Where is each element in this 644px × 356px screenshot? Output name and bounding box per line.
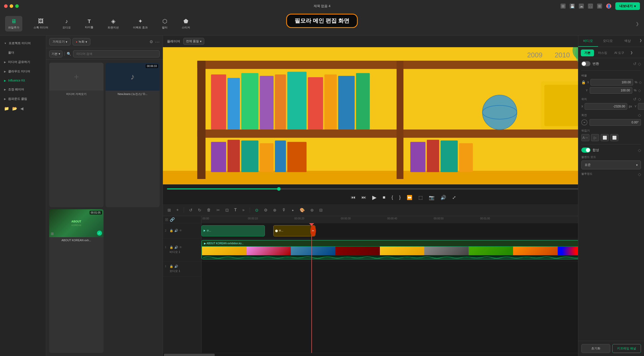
headphone-icon[interactable]: 🎧 (588, 4, 593, 9)
toolbar-file-add[interactable]: 🖥 파일추가 (5, 16, 22, 31)
sidebar-item-compound-clip[interactable]: ▶ 컴파운드 클립 (0, 94, 46, 104)
tl-redo-btn[interactable]: ↻ (196, 207, 203, 214)
layout-icon[interactable]: ⊞ (561, 4, 566, 9)
media-about-korean[interactable]: 00:01:05 ABOUT KOREAN ✓ ⊞ ABOUT KOREAN e… (49, 209, 104, 353)
transform-reset-icon[interactable]: ↺ (633, 61, 636, 66)
more-icon[interactable]: ⋯ (155, 39, 160, 45)
tab-video[interactable]: 비디오 (578, 36, 598, 47)
toolbar-filter[interactable]: ⬡ 필터 (159, 16, 171, 31)
track2-volume-icon[interactable]: 🔊 (174, 229, 178, 232)
tl-magnet-btn[interactable]: ⌖ (175, 207, 180, 213)
rewind-button[interactable]: ⏮ (350, 194, 357, 201)
tl-cut-btn[interactable]: ✂ (215, 207, 221, 214)
blend-keyframe-icon[interactable]: ◇ (638, 148, 641, 153)
flip-vertical-btn[interactable]: ▷ (591, 134, 599, 141)
collapse-sidebar-icon[interactable]: ◀ (20, 106, 23, 111)
tl-multi-track-btn[interactable]: ⊞ (166, 207, 172, 214)
tab-audio[interactable]: 오디오 (598, 36, 618, 47)
media-search-input[interactable] (73, 50, 160, 57)
tl-settings-btn[interactable]: ⚙ (262, 207, 269, 214)
sidebar-item-influence-kit[interactable]: ▶ Influence Kit (0, 76, 46, 85)
audio1-lock-icon[interactable]: 🔒 (170, 265, 173, 268)
transform-keyframe-icon[interactable]: ◇ (638, 61, 641, 66)
tl-ai-btn[interactable]: ⊛ (309, 207, 315, 214)
step-back-button[interactable]: ⏭ (361, 194, 367, 201)
toolbar-sticker[interactable]: ⬟ 스티커 (179, 16, 193, 31)
cut-marker[interactable]: ✂ (310, 225, 316, 236)
record-button[interactable]: ● 녹화 ▾ (73, 38, 90, 45)
scale-x-input[interactable] (590, 79, 633, 86)
flip-option4-btn[interactable]: ⬜ (610, 134, 618, 141)
link-icon[interactable]: 🔗 (170, 217, 175, 222)
keyframe-panel-button[interactable]: 키프레임 패널 (612, 344, 641, 353)
lock-link-icon[interactable]: 🔒 (581, 80, 586, 84)
blend-toggle[interactable] (581, 148, 590, 153)
sidebar-item-folder[interactable]: 폴더 (0, 48, 46, 57)
media-import-card[interactable]: ＋ 미디어 가져오기 (49, 63, 104, 207)
opacity-keyframe-icon[interactable]: ◇ (638, 172, 641, 177)
position-keyframe-icon[interactable]: ◇ (638, 97, 641, 102)
sidebar-item-cloud-media[interactable]: ▶ 클라우드 미디어 (0, 67, 46, 76)
toolbar-titles[interactable]: T 타이틀 (82, 17, 96, 31)
toolbar-stock-media[interactable]: 🖼 스톡 미디어 (30, 16, 51, 31)
volume-button[interactable]: 🔊 (439, 194, 447, 201)
avatar[interactable]: 👤 (606, 4, 611, 9)
rotation-keyframe-icon[interactable]: ◇ (638, 113, 641, 118)
blend-mode-selector[interactable]: 표준 ▾ (581, 160, 641, 169)
screen-button[interactable]: ⬚ (417, 194, 424, 201)
add-track-icon[interactable]: ⊞ (165, 217, 168, 222)
tl-mic-btn[interactable]: 🎙 (280, 207, 287, 213)
track2-lock-icon[interactable]: 🔒 (170, 229, 173, 232)
sub-tab-basic[interactable]: 기본 (581, 50, 594, 56)
track1-eye-icon[interactable]: 👁 (179, 246, 182, 249)
scale-x-reset[interactable]: ◇ (639, 80, 642, 85)
sub-tab-more[interactable]: ❯ (628, 50, 635, 56)
sub-tab-masking[interactable]: 마스킹 (595, 50, 610, 56)
media-newjeans[interactable]: 00:06:33 ♪ NewJeans (뉴진스) 'O... (106, 63, 160, 207)
mark-in-button[interactable]: { (391, 194, 394, 201)
maximize-button[interactable] (15, 4, 19, 8)
tl-grid-btn[interactable]: ⊟ (318, 207, 324, 214)
position-y-input[interactable] (638, 103, 644, 110)
tl-crop-btn[interactable]: ⊡ (224, 207, 230, 214)
minimize-button[interactable] (10, 4, 13, 8)
rotation-input[interactable] (589, 119, 641, 126)
tl-speed-btn[interactable]: ⬥ (290, 207, 296, 213)
quality-selector[interactable]: 전체 품질 ▾ (183, 38, 204, 45)
save-icon[interactable]: 💾 (570, 4, 575, 9)
snapshot-button[interactable]: 📷 (428, 194, 435, 201)
tl-play-btn[interactable]: ⊙ (253, 207, 260, 214)
position-x-input[interactable] (585, 103, 627, 110)
mark-out-button[interactable]: } (398, 194, 402, 201)
play-button[interactable]: ▶ (371, 193, 378, 202)
upload-icon[interactable]: ☁ (579, 4, 584, 9)
view-mode-button[interactable]: 기본 ▾ (49, 51, 62, 57)
tl-more-btn[interactable]: » (241, 207, 246, 213)
sidebar-item-adjust-layer[interactable]: ▶ 조정 레이어 (0, 85, 46, 94)
import-folder-icon[interactable]: 📂 (12, 106, 17, 111)
track2-eye-icon[interactable]: 👁 (179, 229, 182, 232)
flip-option3-btn[interactable]: ⬜ (601, 134, 609, 141)
scrollbar-thumb[interactable] (164, 354, 215, 356)
main-video-clip[interactable]: ▶ ABOUT KOREAN exhibition.ko... (201, 240, 603, 259)
tab-more-arrow[interactable]: ❯ (637, 36, 644, 47)
flip-horizontal-btn[interactable]: A↔ (581, 134, 589, 141)
track1-lock-icon[interactable]: 🔒 (170, 246, 173, 249)
timeline-progress-bar[interactable] (167, 188, 598, 189)
add-folder-icon[interactable]: 📁 (4, 106, 9, 111)
toolbar-audio[interactable]: ♪ 오디오 (59, 16, 74, 31)
timeline-scrollbar[interactable] (163, 353, 644, 356)
close-button[interactable] (4, 4, 8, 8)
stop-button[interactable]: ■ (382, 194, 386, 201)
toolbar-effects[interactable]: ✦ 이펙트 효과 (130, 16, 151, 31)
tab-color[interactable]: 색상 (618, 36, 637, 47)
transform-toggle[interactable] (581, 61, 590, 66)
speed-button[interactable]: ⏩ (406, 194, 413, 201)
window-controls[interactable] (4, 4, 19, 8)
tl-text-btn[interactable]: T (233, 207, 238, 213)
import-button[interactable]: 가져오기 ▾ (49, 38, 71, 45)
track2-clip-yellow[interactable]: ⬤ 무... (273, 225, 315, 236)
sidebar-item-media-share[interactable]: ▶ 미디어 공유하기 (0, 57, 46, 67)
toolbar-transition[interactable]: ◈ 트랜지션 (105, 16, 122, 31)
track2-clip-green[interactable]: ▶ 우... (201, 225, 265, 236)
